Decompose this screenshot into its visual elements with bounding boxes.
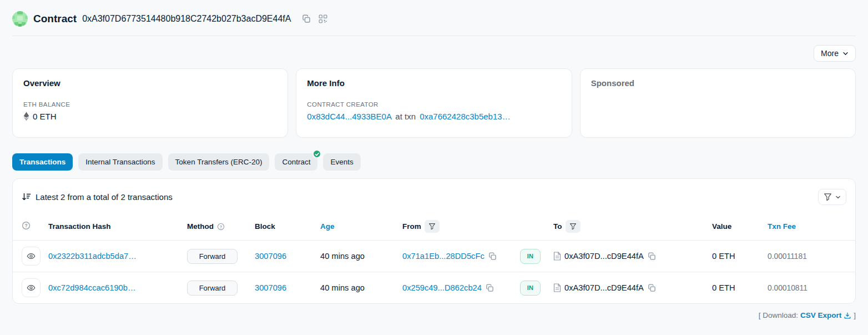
to-address: 0xA3f07D...cD9E44fA — [564, 252, 644, 261]
page-title: Contract — [33, 13, 77, 25]
contract-page: Contract 0xA3f07D6773514480b918C2742b027… — [0, 0, 868, 319]
copy-from-button[interactable] — [488, 252, 497, 261]
qr-code-button[interactable] — [317, 13, 329, 24]
overview-card: Overview ETH BALANCE 0 ETH — [12, 68, 288, 138]
more-info-title: More Info — [307, 78, 561, 88]
csv-export-label: CSV Export — [800, 311, 841, 319]
row-help-icon[interactable]: ? — [22, 221, 31, 230]
col-age-toggle[interactable]: Age — [320, 222, 335, 231]
tab-transactions[interactable]: Transactions — [12, 153, 73, 171]
eye-icon — [27, 252, 36, 261]
col-from: From — [402, 222, 421, 231]
from-address-link[interactable]: 0x71a1Eb...28DD5cFc — [402, 252, 485, 261]
svg-text:?: ? — [220, 224, 223, 229]
to-filter-button[interactable] — [566, 220, 581, 233]
copy-icon — [648, 284, 656, 292]
creator-connector-text: at txn — [395, 112, 416, 121]
preview-txn-button[interactable] — [22, 278, 41, 297]
chevron-down-icon — [842, 51, 849, 57]
summary-cards: Overview ETH BALANCE 0 ETH More Info CON… — [12, 68, 856, 138]
col-value: Value — [708, 213, 763, 241]
tab-internal-transactions-label: Internal Transactions — [85, 158, 155, 166]
creator-address-link[interactable]: 0x83dC44...4933BE0A — [307, 112, 391, 121]
ethereum-icon — [23, 112, 29, 121]
tab-transactions-label: Transactions — [19, 158, 65, 166]
txn-value: 0 ETH — [712, 252, 735, 261]
contract-file-icon — [553, 283, 561, 292]
more-dropdown-label: More — [821, 49, 839, 58]
creation-txn-link[interactable]: 0xa7662428c3b5eb13… — [420, 112, 510, 121]
tab-token-transfers-label: Token Transfers (ERC-20) — [175, 158, 263, 166]
eth-balance-value: 0 ETH — [33, 112, 57, 121]
eth-balance-row: 0 ETH — [23, 112, 277, 121]
contract-identicon — [12, 11, 28, 27]
page-header: Contract 0xA3f07D6773514480b918C2742b027… — [12, 0, 856, 27]
funnel-icon — [824, 193, 832, 201]
eye-icon — [27, 283, 36, 292]
block-link[interactable]: 3007096 — [255, 283, 286, 292]
contract-creator-row: 0x83dC44...4933BE0A at txn 0xa7662428c3b… — [307, 112, 561, 121]
qr-code-icon — [319, 14, 327, 23]
contract-creator-label: CONTRACT CREATOR — [307, 101, 561, 108]
download-prefix: [ Download: — [759, 311, 798, 319]
table-filter-button[interactable] — [818, 189, 846, 205]
direction-badge: IN — [520, 281, 541, 296]
col-to: To — [553, 222, 562, 231]
copy-icon — [488, 252, 497, 261]
method-badge[interactable]: Forward — [187, 281, 238, 296]
copy-address-button[interactable] — [301, 13, 312, 24]
tab-token-transfers[interactable]: Token Transfers (ERC-20) — [168, 153, 270, 171]
to-address: 0xA3f07D...cD9E44fA — [564, 283, 644, 292]
tab-contract[interactable]: Contract — [275, 153, 317, 171]
table-toolbar: Latest 2 from a total of 2 transactions — [13, 179, 855, 213]
svg-text:?: ? — [24, 223, 27, 228]
from-address-link[interactable]: 0x259c49...D862cb24 — [402, 283, 482, 292]
more-info-card: More Info CONTRACT CREATOR 0x83dC44...49… — [296, 68, 572, 138]
verified-check-icon — [312, 149, 321, 158]
txn-hash-link[interactable]: 0x2322b311adcb5da7… — [48, 252, 137, 261]
table-header-row: ? Transaction Hash Method ? Block Age — [13, 213, 855, 241]
col-block: Block — [250, 213, 316, 241]
col-method: Method — [187, 222, 214, 231]
copy-icon — [486, 284, 494, 292]
method-badge[interactable]: Forward — [187, 249, 238, 264]
col-txn-fee-toggle[interactable]: Txn Fee — [768, 222, 796, 231]
overview-title: Overview — [23, 78, 277, 88]
tab-events-label: Events — [330, 158, 353, 166]
transactions-panel: Latest 2 from a total of 2 transactions — [12, 178, 856, 304]
method-help-icon[interactable]: ? — [217, 223, 225, 231]
txn-age: 40 mins ago — [320, 283, 365, 292]
preview-txn-button[interactable] — [22, 247, 41, 266]
sponsored-card: Sponsored — [580, 68, 856, 138]
transactions-table: ? Transaction Hash Method ? Block Age — [13, 213, 855, 303]
download-row: [ Download: CSV Export ] — [12, 311, 856, 319]
actions-row: More — [12, 45, 856, 62]
tab-internal-transactions[interactable]: Internal Transactions — [78, 153, 162, 171]
txn-fee: 0.00010811 — [768, 284, 808, 292]
transaction-row: 0x2322b311adcb5da7… Forward 3007096 40 m… — [13, 241, 855, 272]
more-dropdown-button[interactable]: More — [814, 45, 856, 62]
chevron-down-icon — [835, 194, 841, 200]
direction-badge: IN — [520, 249, 541, 264]
copy-to-button[interactable] — [647, 252, 657, 261]
csv-export-link[interactable]: CSV Export — [800, 311, 851, 319]
copy-icon — [302, 14, 311, 23]
tab-contract-label: Contract — [282, 158, 310, 166]
copy-from-button[interactable] — [485, 283, 494, 293]
block-link[interactable]: 3007096 — [255, 252, 286, 261]
contract-file-icon — [553, 252, 561, 261]
col-transaction-hash: Transaction Hash — [44, 213, 183, 241]
transaction-row: 0xc72d984ccac6190b… Forward 3007096 40 m… — [13, 272, 855, 304]
txn-age: 40 mins ago — [320, 252, 365, 261]
download-icon — [844, 312, 851, 319]
tab-bar: Transactions Internal Transactions Token… — [12, 153, 856, 171]
txn-hash-link[interactable]: 0xc72d984ccac6190b… — [48, 283, 136, 292]
copy-to-button[interactable] — [647, 283, 657, 293]
eth-balance-label: ETH BALANCE — [23, 101, 277, 108]
copy-icon — [648, 252, 656, 261]
sort-descending-icon — [22, 192, 31, 202]
contract-address: 0xA3f07D6773514480b918C2742b027b3acD9E44… — [82, 14, 291, 24]
tab-events[interactable]: Events — [323, 153, 360, 171]
download-suffix: ] — [854, 311, 856, 319]
from-filter-button[interactable] — [425, 220, 440, 233]
